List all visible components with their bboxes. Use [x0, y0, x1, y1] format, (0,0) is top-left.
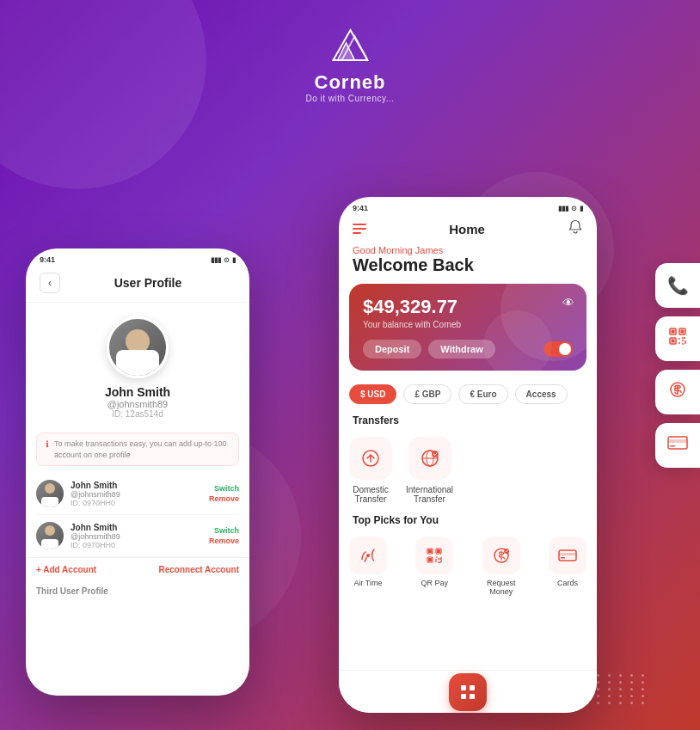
- qrpay-pick-label: QR Pay: [421, 579, 449, 587]
- svg-rect-8: [672, 340, 675, 343]
- left-status-icons: ▮▮▮ ⊙ ▮: [211, 256, 236, 264]
- acct-name-2: John Smith: [71, 523, 202, 532]
- grid-fab-button[interactable]: [449, 673, 487, 711]
- greeting-main: Welcome Back: [353, 255, 583, 275]
- account-item-2: John Smith @johnsmith89 ID: 0970HH0 Swit…: [36, 515, 239, 557]
- currency-tabs: $ USD £ GBP € Euro Access: [339, 377, 597, 411]
- third-user-label: Third User Profile: [26, 581, 249, 601]
- balance-label: Your balance with Corneb: [363, 320, 573, 329]
- domestic-transfer-label: DomesticTransfer: [353, 485, 389, 504]
- user-name: John Smith: [105, 385, 170, 399]
- remove-button-2[interactable]: Remove: [209, 537, 239, 545]
- reconnect-button[interactable]: Reconnect Account: [158, 565, 239, 574]
- account-list: John Smith @johnsmith89 ID: 0970HH0 Swit…: [26, 473, 249, 557]
- avatar: [107, 316, 169, 378]
- picks-section-title: Top Picks for You: [339, 511, 597, 530]
- switch-button-1[interactable]: Switch: [214, 484, 239, 493]
- hamburger-menu[interactable]: [353, 224, 366, 234]
- currency-tab-access[interactable]: Access: [515, 384, 568, 404]
- notification-bell-icon[interactable]: [568, 219, 583, 238]
- airtime-pick-icon: [349, 537, 387, 574]
- requestmoney-pick-item[interactable]: RequestMoney: [482, 537, 520, 596]
- right-status-time: 9:41: [353, 204, 368, 212]
- svg-rect-42: [461, 685, 466, 690]
- account-item-1: John Smith @johnsmith89 ID: 0970HH0 Swit…: [36, 473, 239, 515]
- account-avatar-2: [36, 522, 64, 549]
- svg-rect-27: [428, 549, 432, 553]
- acct-user-1: @johnsmith89: [71, 490, 202, 499]
- qr-icon: [668, 327, 687, 350]
- deposit-button[interactable]: Deposit: [363, 340, 421, 359]
- call-icon: 📞: [667, 275, 689, 296]
- info-icon: ℹ: [46, 439, 49, 449]
- withdraw-button[interactable]: Withdraw: [428, 340, 494, 359]
- currency-tab-gbp[interactable]: £ GBP: [403, 384, 451, 404]
- domestic-transfer-icon: [349, 437, 392, 480]
- airtime-pick-label: Air Time: [353, 579, 382, 587]
- back-icon: ‹: [48, 277, 52, 289]
- svg-rect-43: [470, 685, 475, 690]
- svg-rect-45: [470, 694, 475, 699]
- left-phone: 9:41 ▮▮▮ ⊙ ▮ ‹ User Profile John Smith @…: [26, 248, 249, 696]
- brand-tagline: Do it with Currency...: [305, 94, 394, 103]
- logo-icon: [324, 26, 376, 64]
- svg-marker-2: [337, 43, 354, 60]
- svg-rect-31: [428, 558, 432, 561]
- avatar-body: [116, 350, 159, 376]
- hide-balance-icon[interactable]: 👁: [562, 296, 574, 310]
- svg-rect-44: [461, 694, 466, 699]
- requestmoney-pick-label: RequestMoney: [487, 579, 516, 596]
- switch-button-2[interactable]: Switch: [214, 526, 239, 535]
- right-status-icons: ▮▮▮ ⊙ ▮: [558, 205, 583, 212]
- airtime-pick-item[interactable]: Air Time: [349, 537, 387, 596]
- floating-buttons: 📞: [655, 263, 700, 468]
- qr-float-button[interactable]: [655, 316, 700, 361]
- notice-text: To make transactions easy, you can add u…: [54, 439, 230, 460]
- international-transfer-item[interactable]: InternationalTransfer: [406, 437, 453, 504]
- profile-header: ‹ User Profile: [26, 264, 249, 303]
- left-status-time: 9:41: [40, 255, 55, 264]
- add-account-button[interactable]: + Add Account: [36, 565, 96, 574]
- profile-title: User Profile: [60, 276, 236, 290]
- profile-footer: + Add Account Reconnect Account: [26, 557, 249, 581]
- home-bottom-nav: [339, 670, 597, 713]
- account-actions-1: Switch Remove: [209, 484, 239, 503]
- home-header: Home: [339, 212, 597, 242]
- toggle-knob: [559, 343, 571, 355]
- qrpay-pick-item[interactable]: QR Pay: [415, 537, 453, 596]
- right-status-bar: 9:41 ▮▮▮ ⊙ ▮: [339, 197, 597, 212]
- money-float-button[interactable]: [655, 370, 700, 414]
- cards-pick-icon: [549, 537, 586, 574]
- cards-pick-item[interactable]: Cards: [549, 537, 586, 596]
- currency-tab-euro[interactable]: € Euro: [458, 384, 507, 404]
- call-float-button[interactable]: 📞: [655, 263, 700, 308]
- remove-button-1[interactable]: Remove: [209, 494, 239, 503]
- currency-tab-usd[interactable]: $ USD: [349, 384, 396, 404]
- svg-rect-41: [561, 557, 565, 559]
- card-float-button[interactable]: [655, 423, 700, 468]
- transfers-section-title: Transfers: [339, 411, 597, 430]
- svg-rect-6: [681, 330, 685, 334]
- international-transfer-icon: [408, 437, 451, 480]
- international-transfer-label: InternationalTransfer: [406, 485, 453, 504]
- qrpay-pick-icon: [415, 537, 453, 574]
- acct-id-2: ID: 0970HH0: [71, 541, 202, 549]
- svg-rect-18: [670, 445, 675, 447]
- acct-user-2: @johnsmith89: [71, 532, 202, 541]
- back-button[interactable]: ‹: [40, 273, 60, 293]
- brand-name: Corneb: [305, 71, 394, 94]
- transfers-row: DomesticTransfer InternationalTransfer: [339, 430, 597, 511]
- greeting-section: Good Morning James Welcome Back: [339, 242, 597, 277]
- acct-name-1: John Smith: [71, 481, 202, 490]
- svg-point-25: [366, 554, 370, 557]
- info-notice: ℹ To make transactions easy, you can add…: [36, 432, 239, 466]
- domestic-transfer-item[interactable]: DomesticTransfer: [349, 437, 392, 504]
- balance-card: 👁 $49,329.77 Your balance with Corneb De…: [349, 284, 586, 371]
- home-title: Home: [449, 222, 485, 236]
- money-icon: [667, 379, 688, 404]
- balance-toggle[interactable]: [543, 341, 573, 357]
- greeting-sub: Good Morning James: [353, 245, 583, 255]
- account-info-1: John Smith @johnsmith89 ID: 0970HH0: [71, 481, 202, 507]
- user-id: ID: 12as514d: [112, 409, 163, 419]
- balance-amount: $49,329.77: [363, 296, 573, 318]
